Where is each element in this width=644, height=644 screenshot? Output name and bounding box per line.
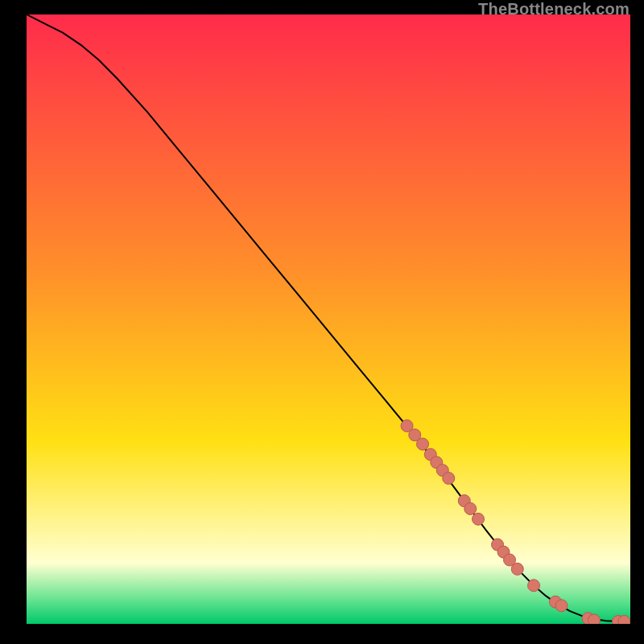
data-marker bbox=[443, 473, 455, 485]
watermark-text: TheBottleneck.com bbox=[478, 0, 630, 19]
data-marker bbox=[464, 502, 477, 514]
data-marker bbox=[555, 600, 568, 612]
data-marker bbox=[588, 614, 601, 624]
data-marker bbox=[511, 563, 523, 575]
data-marker bbox=[473, 513, 485, 525]
gradient-background bbox=[27, 14, 630, 624]
data-marker bbox=[618, 615, 630, 624]
data-marker bbox=[417, 438, 429, 450]
chart-stage: TheBottleneck.com bbox=[0, 0, 644, 644]
chart-plot bbox=[27, 14, 630, 624]
data-marker bbox=[528, 580, 540, 592]
